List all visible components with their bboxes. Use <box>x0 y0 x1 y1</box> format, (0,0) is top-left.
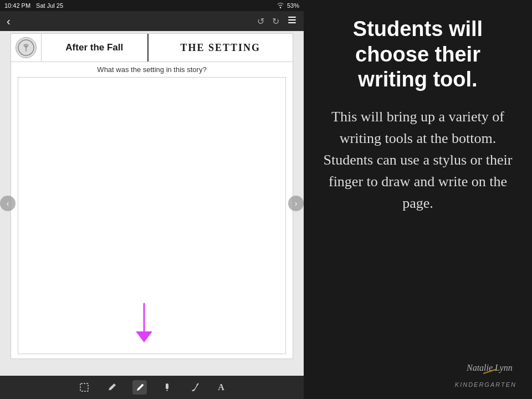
book-logo <box>11 34 42 62</box>
top-toolbar: ‹ ↺ ↻ <box>0 11 304 31</box>
marker-tool-button[interactable] <box>160 380 175 395</box>
svg-rect-0 <box>288 17 296 18</box>
main-heading: Students will choose their writing tool. <box>319 17 516 93</box>
svg-point-7 <box>142 384 143 385</box>
svg-line-9 <box>197 383 198 385</box>
prev-page-button[interactable]: ‹ <box>0 196 16 211</box>
svg-rect-1 <box>288 19 296 21</box>
status-bar: 10:42 PM Sat Jul 25 53% <box>0 0 304 11</box>
status-time: 10:42 PM <box>4 2 30 9</box>
body-text: This will bring up a variety of writing … <box>319 106 516 214</box>
logo-circle <box>16 37 37 58</box>
undo-button[interactable]: ↺ <box>257 16 264 27</box>
brush-tool-button[interactable] <box>188 380 202 395</box>
drawing-canvas[interactable] <box>18 77 286 354</box>
page-wrapper: What was the setting in this story? <box>11 62 293 359</box>
wifi-icon <box>276 2 285 9</box>
right-content: Students will choose their writing tool.… <box>319 17 516 357</box>
svg-rect-6 <box>80 383 88 391</box>
left-panel: 10:42 PM Sat Jul 25 53% ‹ ↺ ↻ <box>0 0 304 399</box>
branding-name: Natalie Lynn <box>455 357 516 381</box>
select-tool-button[interactable] <box>77 380 91 395</box>
branding: Natalie Lynn KINDERGARTEN <box>455 357 516 388</box>
redo-button[interactable]: ↻ <box>272 16 279 27</box>
pencil-tool-button[interactable] <box>105 380 119 395</box>
branding-sub: KINDERGARTEN <box>455 381 516 388</box>
right-panel: Students will choose their writing tool.… <box>304 0 532 399</box>
next-page-button[interactable]: › <box>288 196 304 211</box>
svg-rect-8 <box>166 383 168 389</box>
svg-rect-2 <box>288 22 296 23</box>
more-button[interactable] <box>287 15 297 28</box>
content-area: ‹ › After the Fall THE SETTING What <box>0 31 304 376</box>
section-title: THE SETTING <box>149 34 293 62</box>
page-header: After the Fall THE SETTING <box>11 33 293 62</box>
text-tool-button[interactable]: A <box>216 380 227 395</box>
back-button[interactable]: ‹ <box>7 16 11 27</box>
pen-tool-button[interactable] <box>132 380 147 395</box>
bottom-toolbar: A <box>0 376 304 399</box>
book-title: After the Fall <box>42 34 149 62</box>
page-question: What was the setting in this story? <box>11 62 293 75</box>
battery-status: 53% <box>287 2 299 9</box>
status-date: Sat Jul 25 <box>36 2 63 9</box>
